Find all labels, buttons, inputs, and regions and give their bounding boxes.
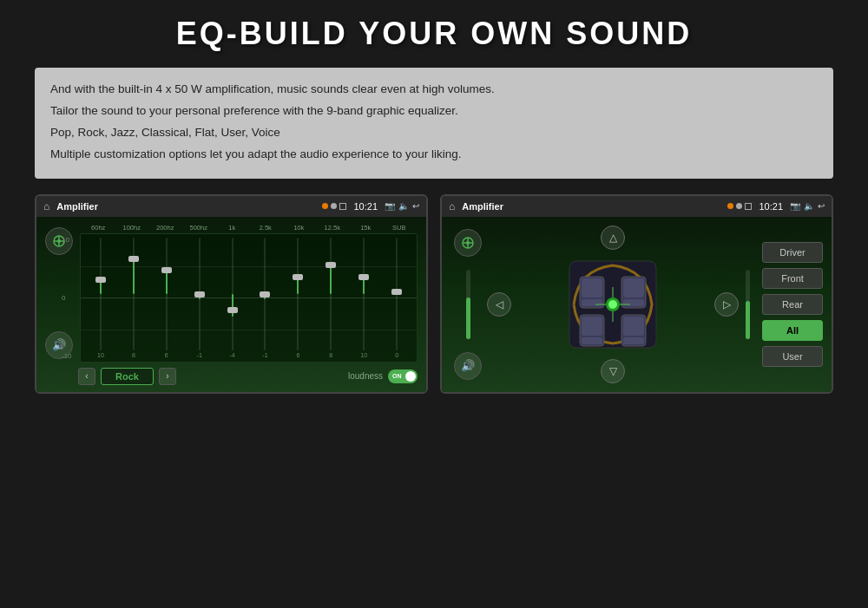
svg-rect-19 <box>623 317 644 336</box>
nav-down-btn[interactable]: ▽ <box>601 359 625 383</box>
nav-left-btn[interactable]: ◁ <box>487 292 511 317</box>
desc-line-4: Multiple customization options let you a… <box>50 145 818 165</box>
page-title: EQ-BUILD YOUR OWN SOUND <box>35 16 833 52</box>
speaker-volume-icon[interactable]: 🔊 <box>454 352 482 380</box>
speaker-status-bar: ⌂ Amplifier 10:21 📷 🔈 ↩ <box>442 196 832 217</box>
svg-rect-13 <box>623 278 644 297</box>
nav-left-icon: ◁ <box>496 298 503 311</box>
eq-body: 🔊 60hz 100hz 200hz 500hz 1k 2.5k <box>36 217 426 392</box>
speaker-back-icon[interactable]: ↩ <box>818 201 825 211</box>
freq-1k: 1k <box>221 224 242 232</box>
svg-point-3 <box>57 239 61 243</box>
eq-y-10: 10 <box>62 236 72 244</box>
speaker-status-dot-2 <box>736 203 742 209</box>
freq-200hz: 200hz <box>155 224 175 232</box>
desc-line-3: Pop, Rock, Jazz, Classical, Flat, User, … <box>50 123 818 143</box>
svg-point-7 <box>466 241 470 245</box>
svg-rect-16 <box>582 317 602 336</box>
slider-12k5-label: 8 <box>329 352 332 358</box>
eq-prev-btn[interactable]: ‹ <box>78 368 95 385</box>
zone-user-btn[interactable]: User <box>762 346 823 367</box>
eq-next-btn[interactable]: › <box>159 368 176 385</box>
car-seats-diagram <box>561 252 665 356</box>
slider-200hz-label: 6 <box>165 352 168 358</box>
loudness-label: loudness <box>348 371 383 381</box>
vol-bar-left <box>466 297 470 339</box>
freq-10k: 10k <box>288 224 309 232</box>
speaker-status-dot-1 <box>727 203 733 209</box>
slider-sub-label: 0 <box>395 352 398 358</box>
eq-preset-label[interactable]: Rock <box>101 368 154 385</box>
svg-rect-14 <box>623 299 644 306</box>
description-block: And with the built-in 4 x 50 W amplifica… <box>35 68 833 179</box>
eq-time: 10:21 <box>353 201 378 212</box>
svg-rect-17 <box>582 337 602 344</box>
speaker-status-icons <box>727 203 752 210</box>
zone-buttons: Driver Front Rear All User <box>762 224 823 385</box>
nav-down-icon: ▽ <box>609 365 617 377</box>
eq-home-icon[interactable]: ⌂ <box>43 200 49 212</box>
slider-1k-label: -4 <box>229 352 234 358</box>
eq-back-icon[interactable]: ↩ <box>412 201 419 211</box>
speaker-screen: ⌂ Amplifier 10:21 📷 🔈 ↩ <box>440 194 833 394</box>
speaker-vol-icon: 🔈 <box>804 201 814 211</box>
slider-100hz-label: 8 <box>132 352 135 358</box>
svg-rect-11 <box>582 299 602 306</box>
freq-sub: SUB <box>389 224 410 232</box>
slider-2k5-label: -1 <box>262 352 267 358</box>
screens-row: ⌂ Amplifier 10:21 📷 🔈 ↩ <box>35 194 833 394</box>
eq-camera-icon: 📷 <box>385 201 395 211</box>
zone-all-btn[interactable]: All <box>762 320 823 341</box>
slider-500hz-label: -1 <box>197 352 202 358</box>
zone-front-btn[interactable]: Front <box>762 268 823 289</box>
eq-y-neg10: -10 <box>62 352 72 360</box>
svg-rect-20 <box>623 337 644 344</box>
eq-status-dot-1 <box>322 203 328 209</box>
freq-2k5: 2.5k <box>255 224 276 232</box>
svg-rect-10 <box>582 278 602 297</box>
eq-y-0: 0 <box>62 294 72 302</box>
freq-100hz: 100hz <box>122 224 142 232</box>
speaker-home-icon[interactable]: ⌂ <box>449 200 455 212</box>
eq-status-bar: ⌂ Amplifier 10:21 📷 🔈 ↩ <box>36 196 426 217</box>
speaker-tune-icon[interactable] <box>454 229 482 257</box>
slider-15k-label: 10 <box>360 352 367 358</box>
speaker-camera-icon: 📷 <box>790 201 800 211</box>
slider-10k-label: 6 <box>296 352 299 358</box>
vol-bar-right <box>746 301 750 339</box>
freq-15k: 15k <box>355 224 376 232</box>
nav-up-icon: △ <box>609 232 617 244</box>
speaker-body: 🔊 △ ▽ <box>442 217 832 392</box>
zone-driver-btn[interactable]: Driver <box>762 242 823 263</box>
desc-line-2: Tailor the sound to your personal prefer… <box>50 101 818 121</box>
nav-right-btn[interactable]: ▷ <box>714 292 739 317</box>
nav-right-icon: ▷ <box>723 298 731 311</box>
eq-status-square <box>339 203 346 210</box>
svg-point-22 <box>608 300 617 309</box>
freq-12k5: 12.5k <box>322 224 343 232</box>
eq-status-dot-2 <box>331 203 337 209</box>
loudness-toggle[interactable]: ON <box>388 369 418 383</box>
slider-60hz-label: 10 <box>97 352 104 358</box>
freq-60hz: 60hz <box>88 224 108 232</box>
desc-line-1: And with the built-in 4 x 50 W amplifica… <box>50 80 818 100</box>
speaker-status-square <box>745 203 752 210</box>
toggle-on-text: ON <box>392 373 402 379</box>
eq-screen: ⌂ Amplifier 10:21 📷 🔈 ↩ <box>35 194 428 394</box>
freq-500hz: 500hz <box>188 224 209 232</box>
speaker-time: 10:21 <box>759 201 783 212</box>
zone-rear-btn[interactable]: Rear <box>762 294 823 315</box>
toggle-knob <box>405 371 416 382</box>
eq-vol-icon: 🔈 <box>398 201 409 211</box>
nav-up-btn[interactable]: △ <box>601 226 625 250</box>
eq-status-icons <box>322 203 346 210</box>
loudness-control: loudness ON <box>348 369 418 383</box>
speaker-title: Amplifier <box>462 201 724 212</box>
eq-title: Amplifier <box>56 201 319 212</box>
